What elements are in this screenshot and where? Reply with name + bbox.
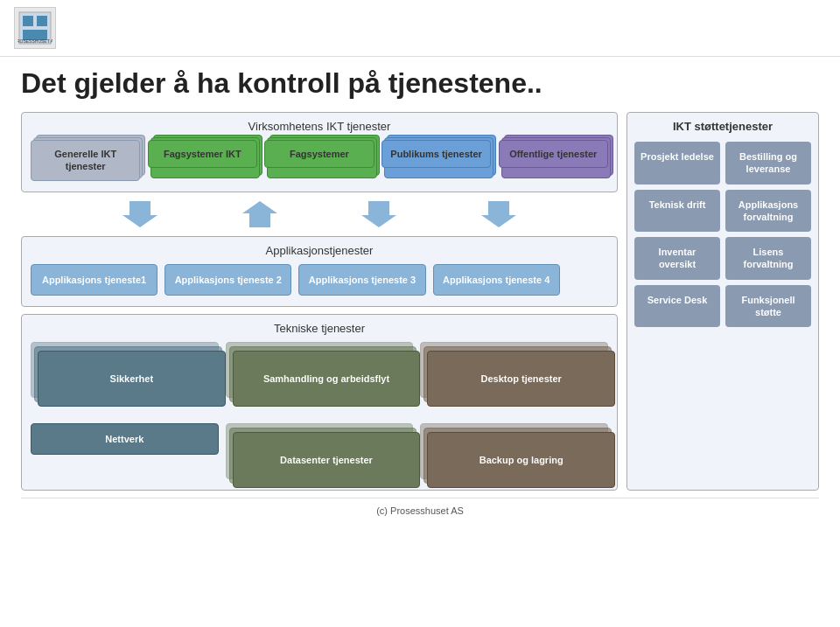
left-section: Virksomhetens IKT tjenester Generelle IK… xyxy=(21,112,618,491)
svg-text:PROSESSHUSET AS: PROSESSHUSET AS xyxy=(18,38,52,44)
applikasjon-cards: Applikasjons tjeneste1 Applikasjons tjen… xyxy=(31,264,608,296)
tekniske-col-1: Sikkerhet Nettverk xyxy=(31,342,219,479)
ikt-cell-teknisk: Teknisk drift xyxy=(634,190,720,233)
logo-image: PROSESSHUSET AS xyxy=(14,7,56,49)
desktop-stack: Desktop tjenester xyxy=(420,342,608,398)
tekniske-box: Tekniske tjenester Sikkerhet Nettverk xyxy=(21,314,618,491)
card-generelle-label: Generelle IKT tjenester xyxy=(31,140,140,181)
samhandling-label: Samhandling og arbeidsflyt xyxy=(233,351,421,407)
card-fagsystemer-label: Fagsystemer xyxy=(264,140,374,168)
virksomhets-box: Virksomhetens IKT tjenester Generelle IK… xyxy=(21,112,618,192)
ikt-cell-lisens: Lisens forvaltning xyxy=(725,237,811,280)
sikkerhet-label: Sikkerhet xyxy=(38,351,226,407)
arrow-up-1 xyxy=(242,201,277,227)
footer-text: (c) Prosesshuset AS xyxy=(376,505,464,516)
applikasjon-title: Applikasjonstjenester xyxy=(31,244,608,257)
main-content: Det gjelder å ha kontroll på tjenestene.… xyxy=(0,57,840,533)
page-title: Det gjelder å ha kontroll på tjenestene.… xyxy=(21,67,819,100)
card-generelle: Generelle IKT tjenester xyxy=(31,140,140,181)
arrow-down-1 xyxy=(122,201,158,227)
tekniske-title: Tekniske tjenester xyxy=(31,322,608,335)
ikt-cell-inventar: Inventar oversikt xyxy=(634,237,720,280)
app-card-1: Applikasjons tjeneste1 xyxy=(31,264,158,296)
tekniske-content: Sikkerhet Nettverk Samhandling og arbeid… xyxy=(31,342,608,479)
ikt-title: IKT støttetjenester xyxy=(634,120,811,133)
datasenter-stack: Datasenter tjenester xyxy=(226,423,414,479)
nettverk-label: Nettverk xyxy=(31,423,219,455)
app-card-3: Applikasjons tjeneste 3 xyxy=(298,264,425,296)
datasenter-label: Datasenter tjenester xyxy=(233,432,421,488)
samhandling-stack: Samhandling og arbeidsflyt xyxy=(226,342,414,398)
ikt-cell-bestilling: Bestilling og leveranse xyxy=(725,142,811,185)
ikt-box: IKT støttetjenester Prosjekt ledelse Bes… xyxy=(626,112,819,491)
app-card-2: Applikasjons tjeneste 2 xyxy=(164,264,291,296)
header: PROSESSHUSET AS xyxy=(0,0,840,57)
diagram-wrapper: Virksomhetens IKT tjenester Generelle IK… xyxy=(21,112,819,491)
backup-stack: Backup og lagring xyxy=(420,423,608,479)
footer: (c) Prosesshuset AS xyxy=(21,498,819,523)
ikt-cell-applikasjons: Applikasjons forvaltning xyxy=(725,190,811,233)
card-fagsystemer: Fagsystemer xyxy=(264,140,374,181)
arrows-down-row xyxy=(21,199,618,229)
backup-label: Backup og lagring xyxy=(427,432,615,488)
svg-rect-2 xyxy=(37,16,47,26)
logo-area: PROSESSHUSET AS xyxy=(14,7,56,49)
ikt-grid: Prosjekt ledelse Bestilling og leveranse… xyxy=(634,142,811,327)
ikt-cell-prosjekt: Prosjekt ledelse xyxy=(634,142,720,185)
arrow-down-2 xyxy=(361,201,396,227)
svg-rect-1 xyxy=(23,16,33,26)
ikt-cell-funksjonell: Funksjonell støtte xyxy=(725,285,811,328)
tekniske-col-2: Samhandling og arbeidsflyt Datasenter tj… xyxy=(226,342,414,479)
right-section: IKT støttetjenester Prosjekt ledelse Bes… xyxy=(626,112,819,491)
virksomhets-cards: Generelle IKT tjenester Fagsystemer IKT … xyxy=(31,140,608,181)
ikt-cell-service-desk: Service Desk xyxy=(634,285,720,328)
card-publikums: Publikums tjenester xyxy=(382,140,491,181)
sikkerhet-stack: Sikkerhet xyxy=(31,342,219,398)
card-offentlige-label: Offentlige tjenester xyxy=(499,140,608,168)
arrow-down-3 xyxy=(481,201,516,227)
app-card-4: Applikasjons tjeneste 4 xyxy=(433,264,560,296)
virksomhets-title: Virksomhetens IKT tjenester xyxy=(31,120,608,133)
card-publikums-label: Publikums tjenester xyxy=(382,140,491,168)
card-fagsystemer-ikt-label: Fagsystemer IKT xyxy=(148,140,257,168)
desktop-label: Desktop tjenester xyxy=(427,351,615,407)
tekniske-col-3: Desktop tjenester Backup og lagring xyxy=(420,342,608,479)
card-offentlige: Offentlige tjenester xyxy=(499,140,608,181)
applikasjon-box: Applikasjonstjenester Applikasjons tjene… xyxy=(21,236,618,307)
card-fagsystemer-ikt: Fagsystemer IKT xyxy=(148,140,257,181)
